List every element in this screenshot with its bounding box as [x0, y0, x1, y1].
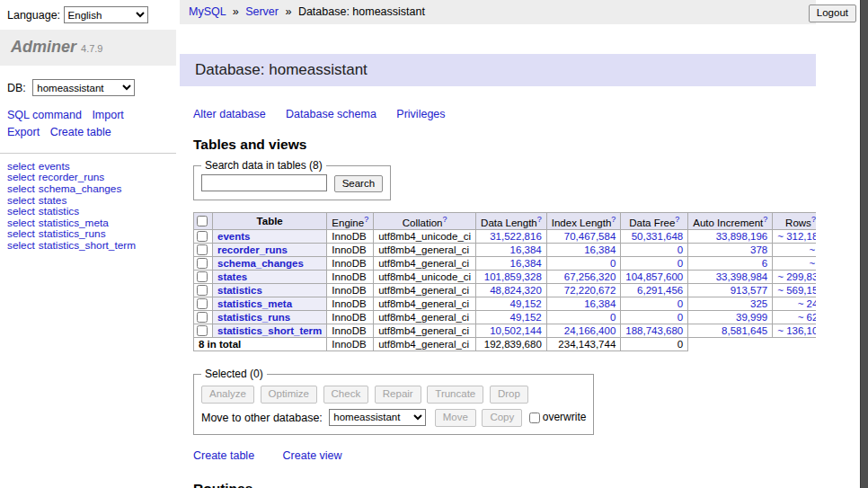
check-button[interactable]: Check: [323, 386, 369, 404]
auto-increment-link[interactable]: 913,577: [731, 285, 768, 296]
data-free-help-link[interactable]: ?: [675, 215, 679, 224]
search-button[interactable]: Search: [334, 175, 383, 193]
table-link[interactable]: statistics_meta: [217, 298, 292, 309]
data-free-link[interactable]: 50,331,648: [632, 231, 684, 242]
breadcrumb-link-mysql[interactable]: MySQL: [189, 5, 226, 18]
row-checkbox[interactable]: [197, 244, 208, 255]
row-checkbox[interactable]: [197, 271, 208, 282]
row-checkbox[interactable]: [197, 312, 208, 323]
breadcrumb: MySQL » Server » Database: homeassistant: [180, 0, 816, 24]
data-free-link[interactable]: 0: [678, 258, 683, 269]
rows-count-link[interactable]: ~ 569,159: [777, 285, 816, 296]
analyze-button[interactable]: Analyze: [201, 386, 254, 404]
index-length-link[interactable]: 0: [610, 258, 616, 269]
export-link[interactable]: Export: [7, 126, 40, 138]
db-select[interactable]: homeassistant: [32, 79, 135, 96]
row-checkbox[interactable]: [197, 298, 208, 309]
database-schema-link[interactable]: Database schema: [286, 108, 376, 120]
breadcrumb-link-server[interactable]: Server: [245, 5, 279, 18]
optimize-button[interactable]: Optimize: [261, 386, 317, 404]
overwrite-option[interactable]: overwrite: [528, 411, 587, 423]
data-free-link[interactable]: 0: [678, 244, 683, 255]
row-checkbox[interactable]: [197, 285, 208, 296]
rows-count-link[interactable]: ~ 244: [798, 298, 816, 309]
select-link[interactable]: select: [7, 182, 35, 195]
index-length-link[interactable]: 24,166,400: [564, 325, 616, 336]
data-free-link[interactable]: 0: [678, 298, 683, 309]
table-link[interactable]: statistics_short_term: [217, 325, 322, 336]
table-link[interactable]: statistics: [217, 285, 262, 296]
adminer-logo-link[interactable]: Adminer: [11, 38, 76, 56]
data-length-link[interactable]: 16,384: [510, 258, 542, 269]
truncate-button[interactable]: Truncate: [427, 386, 483, 404]
data-length-link[interactable]: 49,152: [510, 298, 542, 309]
data-length-link[interactable]: 101,859,328: [484, 271, 542, 282]
data-length-link[interactable]: 16,384: [510, 244, 542, 255]
move-button[interactable]: Move: [435, 409, 476, 427]
index-length-help-link[interactable]: ?: [611, 215, 616, 224]
index-length-link[interactable]: 0: [610, 312, 616, 323]
data-length-link[interactable]: 49,152: [510, 312, 542, 323]
data-length-link[interactable]: 10,502,144: [490, 325, 542, 336]
data-length-link[interactable]: 31,522,816: [490, 231, 542, 242]
rows-count-link[interactable]: ~ 312,180: [777, 231, 816, 242]
rows-help-link[interactable]: ?: [811, 215, 816, 224]
data-free-link[interactable]: 104,857,600: [625, 271, 683, 282]
auto-increment-link[interactable]: 6: [762, 258, 767, 269]
create-table-link[interactable]: Create table: [193, 449, 254, 462]
index-length-link[interactable]: 70,467,584: [564, 231, 616, 242]
table-link[interactable]: events: [217, 231, 250, 242]
row-checkbox[interactable]: [197, 325, 208, 336]
table-link[interactable]: schema_changes: [39, 182, 121, 195]
logout-button[interactable]: Logout: [809, 4, 856, 22]
select-link[interactable]: select: [7, 239, 35, 252]
auto-increment-link[interactable]: 325: [750, 298, 767, 309]
index-length-link[interactable]: 67,256,320: [564, 271, 616, 282]
engine-help-link[interactable]: ?: [364, 215, 368, 224]
overwrite-checkbox[interactable]: [529, 413, 540, 423]
rows-count-link[interactable]: ~ 3: [809, 258, 816, 269]
repair-button[interactable]: Repair: [375, 386, 421, 404]
auto-increment-link[interactable]: 378: [750, 244, 767, 255]
auto-increment-link[interactable]: 8,581,645: [722, 325, 767, 336]
table-link[interactable]: statistics_short_term: [39, 239, 136, 252]
table-link[interactable]: statistics_runs: [217, 312, 290, 323]
auto-increment-link[interactable]: 33,398,984: [716, 271, 768, 282]
vertical-scrollbar[interactable]: [860, 0, 868, 488]
create-table-link[interactable]: Create table: [50, 126, 111, 138]
auto-increment-link[interactable]: 33,898,196: [716, 231, 768, 242]
data-free-link[interactable]: 6,291,456: [637, 285, 683, 296]
data-length-help-link[interactable]: ?: [537, 215, 542, 224]
sql-command-link[interactable]: SQL command: [7, 109, 82, 121]
column-header-engine: Engine?: [327, 213, 374, 230]
table-link[interactable]: recorder_runs: [217, 244, 288, 255]
move-database-select[interactable]: homeassistant: [329, 409, 426, 426]
index-length-link[interactable]: 16,384: [584, 244, 616, 255]
data-length-link[interactable]: 48,824,320: [490, 285, 542, 296]
rows-count-link[interactable]: ~ 136,108: [777, 325, 816, 336]
collation-cell: utf8mb4_general_ci: [374, 244, 476, 257]
table-link[interactable]: states: [217, 271, 247, 282]
auto-increment-help-link[interactable]: ?: [763, 215, 767, 224]
rows-count-link[interactable]: ~ 628: [798, 312, 816, 323]
privileges-link[interactable]: Privileges: [396, 108, 445, 120]
drop-button[interactable]: Drop: [490, 386, 528, 404]
copy-button[interactable]: Copy: [482, 409, 522, 427]
row-checkbox[interactable]: [197, 231, 208, 242]
alter-database-link[interactable]: Alter database: [193, 108, 266, 120]
select-all-checkbox[interactable]: [197, 216, 208, 226]
rows-count-link[interactable]: ~ 299,833: [777, 271, 816, 282]
data-free-link[interactable]: 188,743,680: [625, 325, 683, 336]
search-input[interactable]: [201, 174, 327, 191]
rows-count-link[interactable]: ~ 5: [809, 244, 816, 255]
create-view-link[interactable]: Create view: [283, 449, 342, 462]
index-length-link[interactable]: 16,384: [584, 298, 616, 309]
import-link[interactable]: Import: [92, 109, 123, 121]
row-checkbox[interactable]: [197, 258, 208, 269]
index-length-link[interactable]: 72,220,672: [564, 285, 616, 296]
language-select[interactable]: English: [64, 6, 148, 23]
data-free-link[interactable]: 0: [678, 312, 683, 323]
auto-increment-link[interactable]: 39,999: [736, 312, 767, 323]
table-link[interactable]: schema_changes: [217, 258, 304, 269]
collation-help-link[interactable]: ?: [442, 215, 447, 224]
